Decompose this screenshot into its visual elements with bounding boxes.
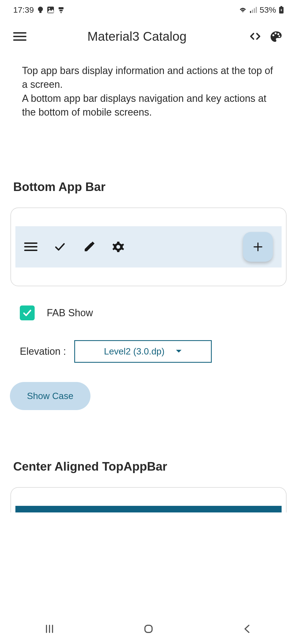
showcase-button[interactable]: Show Case	[10, 382, 90, 410]
check-icon[interactable]	[53, 240, 67, 253]
description-block: Top app bars display information and act…	[0, 53, 297, 130]
svg-rect-1	[39, 11, 42, 13]
palette-icon[interactable]	[268, 29, 284, 44]
controls-block: FAB Show Elevation : Level2 (3.0.dp) Sho…	[0, 286, 297, 410]
status-time: 17:39	[13, 5, 34, 15]
center-top-app-bar-demo	[15, 506, 282, 512]
svg-point-18	[116, 245, 120, 249]
menu-icon[interactable]	[13, 30, 26, 43]
svg-rect-7	[250, 11, 251, 13]
svg-rect-19	[145, 625, 152, 632]
description-line2: A bottom app bar displays navigation and…	[22, 92, 275, 119]
status-left: 17:39	[13, 5, 64, 15]
chevron-down-icon	[175, 349, 182, 354]
fab-add-button[interactable]	[243, 232, 273, 262]
elevation-value: Level2 (3.0.dp)	[104, 346, 164, 357]
svg-point-0	[38, 7, 43, 12]
svg-rect-4	[59, 7, 64, 9]
battery-icon	[279, 6, 284, 14]
bottom-bar-demo-frame	[10, 208, 287, 286]
section-title-bottom-bar: Bottom App Bar	[0, 180, 297, 194]
app-title: Material3 Catalog	[32, 29, 242, 44]
wifi-icon	[239, 7, 247, 13]
bulb-icon	[38, 6, 43, 13]
menu-icon[interactable]	[24, 240, 37, 253]
image-icon	[47, 6, 54, 13]
svg-rect-11	[280, 6, 282, 7]
gear-icon[interactable]	[112, 240, 125, 253]
fab-show-label: FAB Show	[47, 307, 93, 319]
home-button[interactable]	[140, 621, 157, 637]
app-bar: Material3 Catalog	[0, 20, 297, 53]
top-bar-demo-frame	[10, 487, 287, 512]
fab-show-row: FAB Show	[20, 305, 277, 320]
status-right: 53%	[239, 5, 284, 15]
svg-rect-5	[59, 10, 63, 11]
elevation-row: Elevation : Level2 (3.0.dp)	[20, 340, 277, 363]
battery-percent: 53%	[260, 5, 276, 15]
fab-show-checkbox[interactable]	[20, 305, 35, 320]
bottom-app-bar-demo	[15, 226, 282, 268]
elevation-label: Elevation :	[20, 346, 66, 357]
recents-button[interactable]	[41, 621, 58, 637]
section-title-center-topbar: Center Aligned TopAppBar	[0, 460, 297, 473]
plus-icon	[252, 241, 263, 252]
check-icon	[22, 308, 32, 318]
svg-point-3	[49, 8, 50, 9]
edit-icon[interactable]	[82, 240, 96, 253]
svg-point-14	[275, 32, 277, 34]
description-line1: Top app bars display information and act…	[22, 64, 275, 92]
svg-rect-9	[254, 8, 255, 13]
notification-icon	[58, 6, 64, 13]
elevation-dropdown[interactable]: Level2 (3.0.dp)	[74, 340, 212, 363]
back-button[interactable]	[239, 621, 256, 637]
svg-point-16	[279, 36, 280, 37]
svg-rect-10	[256, 7, 257, 13]
system-nav-bar	[0, 614, 297, 644]
svg-point-15	[277, 33, 279, 35]
code-icon[interactable]	[248, 29, 263, 44]
svg-point-13	[273, 34, 274, 36]
signal-icon	[250, 7, 257, 13]
status-bar: 17:39 53%	[0, 0, 297, 20]
svg-rect-6	[61, 12, 62, 13]
svg-rect-8	[252, 10, 253, 13]
